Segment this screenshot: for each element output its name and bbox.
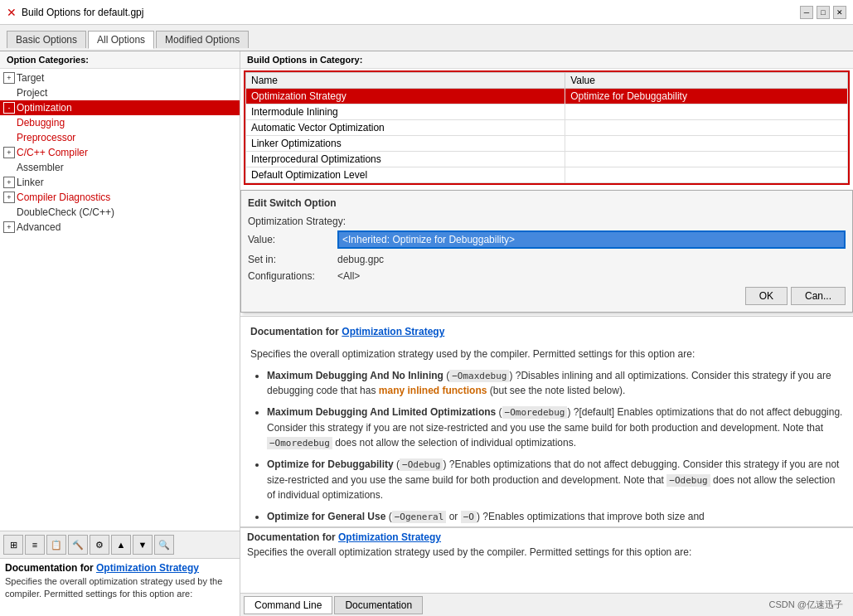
dialog-config-row: Configurations: <All> xyxy=(248,270,846,282)
title-bar-title: Build Options for default.gpj xyxy=(22,7,143,18)
toolbar-btn-down[interactable]: ▼ xyxy=(133,535,153,555)
doc-list-item-2: Optimize for Debuggability (−Odebug) ?En… xyxy=(267,457,843,502)
table-row[interactable]: Intermodule Inlining xyxy=(246,104,848,120)
dialog-value-label: Value: xyxy=(248,234,331,245)
category-label-optimization: Optimization xyxy=(17,102,72,114)
doc-list-item-1: Maximum Debugging And Limited Optimizati… xyxy=(267,405,843,450)
tabs-row: Basic Options All Options Modified Optio… xyxy=(0,25,853,51)
toolbar-btn-search[interactable]: 🔍 xyxy=(154,535,174,555)
bottom-doc-preview: Documentation for Optimization Strategy … xyxy=(240,526,853,593)
category-item-linker[interactable]: + Linker xyxy=(0,175,240,190)
bottom-tabs-left: Command Line Documentation xyxy=(244,596,424,614)
toolbar-btn-4[interactable]: 🔨 xyxy=(68,535,88,555)
category-item-cpp-compiler[interactable]: + C/C++ Compiler xyxy=(0,145,240,160)
category-list: + Target Project - Optimization Debuggin… xyxy=(0,69,240,531)
bottom-doc-header: Documentation for Optimization Strategy xyxy=(247,531,846,543)
bottom-tab-documentation[interactable]: Documentation xyxy=(334,596,423,614)
category-label-project: Project xyxy=(17,87,47,99)
left-preview-title: Documentation for Optimization Strategy xyxy=(5,562,235,574)
cancel-button[interactable]: Can... xyxy=(791,287,846,305)
toolbar-btn-up[interactable]: ▲ xyxy=(111,535,131,555)
bottom-tab-cmdline[interactable]: Command Line xyxy=(244,596,332,614)
doc-title: Documentation for Optimization Strategy xyxy=(250,323,843,340)
doc-list: Maximum Debugging And No Inlining (−Omax… xyxy=(267,368,843,525)
toolbar-btn-2[interactable]: ≡ xyxy=(25,535,45,555)
bottom-link[interactable]: Optimization Strategy xyxy=(338,531,441,543)
category-item-preprocessor[interactable]: Preprocessor xyxy=(0,130,240,145)
dialog-setin-value: debug.gpc xyxy=(337,254,846,265)
table-row[interactable]: Interprocedural Optimizations xyxy=(246,152,848,167)
table-cell-name-1: Intermodule Inlining xyxy=(246,104,565,120)
table-row[interactable]: Linker Optimizations xyxy=(246,136,848,152)
dialog-setin-row: Set in: debug.gpc xyxy=(248,254,846,265)
table-cell-name-3: Linker Optimizations xyxy=(246,136,565,152)
dialog-strategy-label: Optimization Strategy: xyxy=(248,216,846,227)
table-header-value: Value xyxy=(565,73,848,89)
table-row[interactable]: Default Optimization Level xyxy=(246,167,848,183)
toolbar-btn-1[interactable]: ⊞ xyxy=(3,535,23,555)
doc-item-0-bold: Maximum Debugging And No Inlining xyxy=(267,370,443,381)
app-icon: ✕ xyxy=(7,6,17,19)
category-item-debugging[interactable]: Debugging xyxy=(0,115,240,130)
title-bar-controls: ─ □ ✕ xyxy=(800,6,846,19)
doc-item-3-or-code: −O xyxy=(461,511,477,523)
dialog-setin-label: Set in: xyxy=(248,254,331,265)
expand-icon-linker: + xyxy=(3,177,15,188)
doc-prefix: Documentation for xyxy=(250,326,339,337)
doc-item-1-bold: Maximum Debugging And Limited Optimizati… xyxy=(267,406,496,418)
tab-all[interactable]: All Options xyxy=(88,31,154,49)
ok-button[interactable]: OK xyxy=(745,287,788,305)
doc-item-2-bold: Optimize for Debuggability xyxy=(267,458,394,470)
expand-icon-diagnostics: + xyxy=(3,192,15,203)
category-label-advanced: Advanced xyxy=(17,221,61,233)
dialog-title: Edit Switch Option xyxy=(248,197,846,209)
doc-item-0-code: −Omaxdebug xyxy=(449,370,509,382)
category-item-compiler-diagnostics[interactable]: + Compiler Diagnostics xyxy=(0,190,240,205)
table-cell-name-4: Interprocedural Optimizations xyxy=(246,152,565,167)
expand-icon-optimization: - xyxy=(3,102,15,114)
category-item-optimization[interactable]: - Optimization xyxy=(0,100,240,115)
main-content: Option Categories: + Target Project - Op… xyxy=(0,51,853,616)
category-item-project[interactable]: Project xyxy=(0,85,240,100)
options-table-outer: Name Value Optimization Strategy Optimiz… xyxy=(244,70,850,185)
table-row[interactable]: Automatic Vector Optimization xyxy=(246,120,848,136)
doc-item-1-code2: −Omoredebug xyxy=(267,437,332,449)
minimize-button[interactable]: ─ xyxy=(800,6,813,19)
left-preview-link[interactable]: Optimization Strategy xyxy=(96,562,199,574)
category-item-assembler[interactable]: Assembler xyxy=(0,160,240,175)
dialog-value-input[interactable] xyxy=(337,230,846,249)
doc-intro: Specifies the overall optimization strat… xyxy=(250,347,843,361)
expand-icon-cpp: + xyxy=(3,147,15,158)
category-label-cpp: C/C++ Compiler xyxy=(17,147,88,158)
close-button[interactable]: ✕ xyxy=(833,6,846,19)
build-options-section: Build Options in Category: Name Value Op… xyxy=(240,51,853,187)
doc-link[interactable]: Optimization Strategy xyxy=(342,326,444,337)
expand-icon-target: + xyxy=(3,72,15,84)
table-cell-value-5 xyxy=(565,167,848,183)
category-item-advanced[interactable]: + Advanced xyxy=(0,220,240,235)
bottom-preview-text: Specifies the overall optimization strat… xyxy=(247,546,846,558)
maximize-button[interactable]: □ xyxy=(817,6,830,19)
title-bar-left: ✕ Build Options for default.gpj xyxy=(7,6,143,19)
doc-item-3-code: −Ogeneral xyxy=(392,511,447,523)
doc-list-item-3: Optimize for General Use (−Ogeneral or −… xyxy=(267,509,843,525)
dialog-value-row: Value: xyxy=(248,230,846,249)
options-table: Name Value Optimization Strategy Optimiz… xyxy=(245,72,848,183)
category-label-diagnostics: Compiler Diagnostics xyxy=(17,192,110,203)
category-label-preprocessor: Preprocessor xyxy=(17,132,75,143)
category-label-doublecheck: DoubleCheck (C/C++) xyxy=(17,206,114,218)
category-item-doublecheck[interactable]: DoubleCheck (C/C++) xyxy=(0,205,240,220)
tab-modified[interactable]: Modified Options xyxy=(156,31,249,48)
bottom-right-text: CSDN @亿速迅子 xyxy=(769,599,843,611)
toolbar-btn-5[interactable]: ⚙ xyxy=(90,535,109,555)
table-cell-name-5: Default Optimization Level xyxy=(246,167,565,183)
table-row[interactable]: Optimization Strategy Optimize for Debug… xyxy=(246,89,848,104)
dialog-config-label: Configurations: xyxy=(248,270,331,282)
right-panel: Build Options in Category: Name Value Op… xyxy=(240,51,853,616)
toolbar-btn-3[interactable]: 📋 xyxy=(46,535,66,555)
table-cell-name-2: Automatic Vector Optimization xyxy=(246,120,565,136)
tab-basic[interactable]: Basic Options xyxy=(7,31,86,48)
category-label-debugging: Debugging xyxy=(17,117,65,129)
title-bar: ✕ Build Options for default.gpj ─ □ ✕ xyxy=(0,0,853,25)
category-item-target[interactable]: + Target xyxy=(0,70,240,85)
